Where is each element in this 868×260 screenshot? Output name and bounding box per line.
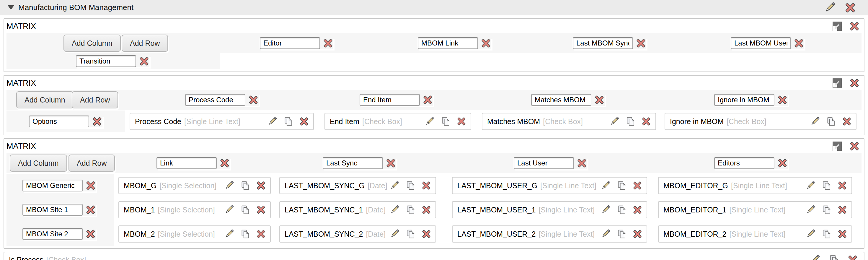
collapse-triangle-icon[interactable] (8, 5, 14, 10)
add-row-button[interactable]: Add Row (122, 35, 168, 52)
column-name-input[interactable] (360, 94, 420, 106)
copy-field-button[interactable] (240, 180, 250, 191)
delete-row-button[interactable] (92, 116, 102, 127)
copy-field-button[interactable] (405, 180, 415, 191)
add-column-button[interactable]: Add Column (10, 154, 67, 172)
copy-field-button[interactable] (405, 229, 415, 239)
minimize-matrix-button[interactable] (832, 78, 843, 88)
delete-field-button[interactable] (837, 180, 847, 191)
edit-field-button[interactable] (390, 229, 399, 239)
column-name-input[interactable] (185, 94, 245, 106)
edit-field-button[interactable] (810, 254, 820, 260)
row-name-input[interactable] (23, 204, 83, 216)
edit-field-button[interactable] (805, 205, 815, 215)
delete-column-button[interactable] (423, 94, 433, 105)
copy-field-button[interactable] (240, 205, 250, 215)
delete-row-button[interactable] (85, 229, 96, 239)
edit-field-button[interactable] (224, 180, 234, 191)
delete-matrix-button[interactable] (849, 141, 860, 151)
delete-column-button[interactable] (777, 158, 788, 168)
edit-field-button[interactable] (224, 229, 234, 239)
copy-field-button[interactable] (822, 180, 831, 191)
row-name-input[interactable] (23, 180, 83, 192)
edit-field-button[interactable] (810, 116, 820, 126)
add-row-button[interactable]: Add Row (68, 154, 115, 172)
edit-form-button[interactable] (824, 2, 836, 13)
delete-field-button[interactable] (256, 229, 266, 239)
column-name-input[interactable] (714, 94, 774, 106)
delete-field-button[interactable] (457, 116, 466, 126)
edit-field-button[interactable] (805, 229, 815, 239)
copy-field-button[interactable] (616, 229, 626, 239)
delete-field-button[interactable] (847, 254, 858, 260)
copy-field-button[interactable] (616, 180, 626, 191)
edit-field-button[interactable] (600, 205, 611, 215)
delete-column-button[interactable] (594, 94, 604, 105)
delete-row-button[interactable] (85, 180, 96, 191)
copy-field-button[interactable] (405, 205, 415, 215)
delete-column-button[interactable] (636, 38, 646, 49)
delete-column-button[interactable] (248, 94, 259, 105)
delete-field-button[interactable] (421, 180, 431, 191)
row-name-input[interactable] (76, 55, 136, 67)
delete-form-button[interactable] (844, 2, 856, 13)
minimize-matrix-button[interactable] (832, 21, 843, 32)
edit-field-button[interactable] (600, 180, 611, 191)
copy-field-button[interactable] (822, 205, 831, 215)
minimize-matrix-button[interactable] (832, 141, 843, 151)
delete-field-button[interactable] (641, 116, 651, 126)
delete-field-button[interactable] (256, 180, 266, 191)
column-name-input[interactable] (531, 94, 591, 106)
delete-column-button[interactable] (480, 38, 491, 49)
copy-field-button[interactable] (826, 116, 836, 126)
delete-field-button[interactable] (632, 205, 643, 215)
edit-field-button[interactable] (609, 116, 619, 126)
copy-field-button[interactable] (440, 116, 451, 126)
delete-column-button[interactable] (577, 158, 587, 168)
delete-column-button[interactable] (385, 158, 396, 168)
delete-field-button[interactable] (421, 229, 431, 239)
edit-field-button[interactable] (425, 116, 435, 126)
column-name-input[interactable] (418, 37, 478, 49)
copy-field-button[interactable] (625, 116, 636, 126)
delete-field-button[interactable] (837, 205, 847, 215)
column-name-input[interactable] (731, 37, 791, 49)
column-name-input[interactable] (260, 37, 320, 49)
edit-field-button[interactable] (805, 180, 815, 191)
edit-field-button[interactable] (267, 116, 277, 126)
delete-field-button[interactable] (842, 116, 852, 126)
column-name-input[interactable] (714, 157, 774, 169)
copy-field-button[interactable] (616, 205, 626, 215)
delete-field-button[interactable] (421, 205, 431, 215)
copy-field-button[interactable] (240, 229, 250, 239)
column-name-input[interactable] (156, 157, 217, 169)
row-name-input[interactable] (29, 116, 89, 127)
delete-column-button[interactable] (794, 38, 804, 49)
delete-column-button[interactable] (219, 158, 230, 168)
edit-field-button[interactable] (390, 180, 399, 191)
add-column-button[interactable]: Add Column (63, 35, 121, 52)
delete-matrix-button[interactable] (849, 21, 860, 32)
copy-field-button[interactable] (283, 116, 293, 126)
copy-field-button[interactable] (829, 254, 839, 260)
edit-field-button[interactable] (390, 205, 399, 215)
column-name-input[interactable] (573, 37, 633, 49)
row-name-input[interactable] (23, 228, 83, 240)
delete-matrix-button[interactable] (849, 78, 860, 88)
add-row-button[interactable]: Add Row (72, 91, 118, 109)
delete-row-button[interactable] (139, 56, 149, 66)
delete-field-button[interactable] (256, 205, 266, 215)
column-name-input[interactable] (514, 157, 574, 169)
delete-field-button[interactable] (837, 229, 847, 239)
edit-field-button[interactable] (600, 229, 611, 239)
delete-column-button[interactable] (323, 38, 333, 49)
edit-field-button[interactable] (224, 205, 234, 215)
column-name-input[interactable] (323, 157, 383, 169)
delete-row-button[interactable] (85, 204, 96, 215)
delete-field-button[interactable] (632, 180, 643, 191)
copy-field-button[interactable] (822, 229, 831, 239)
delete-field-button[interactable] (299, 116, 309, 126)
delete-field-button[interactable] (632, 229, 643, 239)
delete-column-button[interactable] (777, 94, 788, 105)
add-column-button[interactable]: Add Column (16, 91, 73, 109)
